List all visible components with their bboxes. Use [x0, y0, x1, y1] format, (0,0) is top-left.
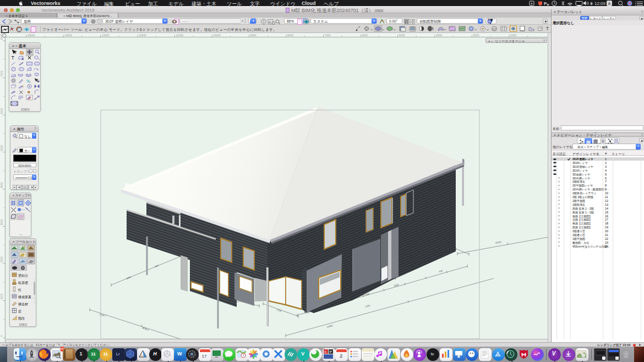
svg-text:1410.7: 1410.7: [99, 312, 107, 317]
svg-text:910: 910: [155, 264, 160, 268]
svg-text:910: 910: [439, 269, 444, 273]
svg-text:4598.2: 4598.2: [142, 326, 150, 331]
svg-text:1365: 1365: [365, 304, 371, 308]
svg-text:T: T: [12, 55, 15, 61]
svg-text:10010: 10010: [495, 240, 502, 244]
svg-text:2730: 2730: [276, 308, 282, 312]
svg-text:13650: 13650: [326, 324, 334, 328]
svg-text:3805: 3805: [126, 276, 132, 280]
